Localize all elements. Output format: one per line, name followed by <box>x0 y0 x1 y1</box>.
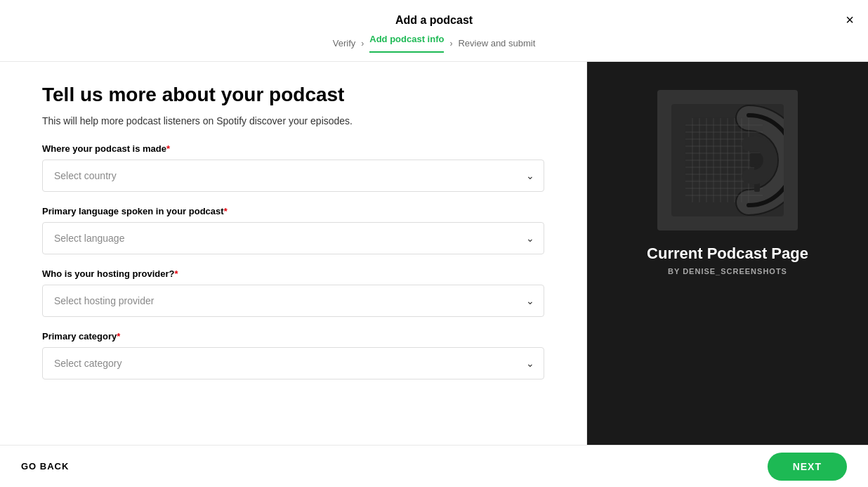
country-select[interactable]: Select country <box>42 160 544 192</box>
page-title: Tell us more about your podcast <box>42 83 544 107</box>
category-select[interactable]: Select category <box>42 347 544 379</box>
language-select-wrapper: Select language ⌄ <box>42 222 544 254</box>
podcast-image-svg <box>671 104 784 216</box>
form-panel: Tell us more about your podcast This wil… <box>0 62 587 486</box>
next-button[interactable]: NEXT <box>768 453 847 481</box>
close-button[interactable]: × <box>846 13 854 27</box>
page-subtitle: This will help more podcast listeners on… <box>42 115 544 126</box>
modal-header: Add a podcast Verify › Add podcast info … <box>0 0 868 62</box>
hosting-required-star: * <box>175 268 178 279</box>
hosting-field-group: Who is your hosting provider?* Select ho… <box>42 268 544 317</box>
breadcrumb-add-podcast-info: Add podcast info <box>369 34 444 53</box>
language-label: Primary language spoken in your podcast* <box>42 206 544 216</box>
category-select-wrapper: Select category ⌄ <box>42 347 544 379</box>
category-label: Primary category* <box>42 331 544 342</box>
country-field-group: Where your podcast is made* Select count… <box>42 143 544 192</box>
podcast-cover-art <box>657 90 798 230</box>
breadcrumb-review: Review and submit <box>458 38 535 48</box>
country-select-wrapper: Select country ⌄ <box>42 160 544 192</box>
go-back-button[interactable]: GO BACK <box>21 461 69 472</box>
category-required-star: * <box>117 331 120 342</box>
category-field-group: Primary category* Select category ⌄ <box>42 331 544 379</box>
language-required-star: * <box>224 206 228 216</box>
hosting-select-wrapper: Select hosting provider ⌄ <box>42 285 544 317</box>
modal-title: Add a podcast <box>395 14 473 27</box>
podcast-preview-panel: Current Podcast Page BY DENISE_SCREENSHO… <box>587 62 868 486</box>
breadcrumb-verify: Verify <box>333 38 356 48</box>
hosting-select[interactable]: Select hosting provider <box>42 285 544 317</box>
modal-footer: GO BACK NEXT <box>0 445 868 487</box>
country-label: Where your podcast is made* <box>42 143 544 154</box>
podcast-title: Current Podcast Page <box>647 245 808 263</box>
breadcrumb-separator-1: › <box>361 39 364 48</box>
podcast-author: BY DENISE_SCREENSHOTS <box>668 267 787 275</box>
country-required-star: * <box>166 143 170 154</box>
language-field-group: Primary language spoken in your podcast*… <box>42 206 544 254</box>
breadcrumb-separator-2: › <box>449 39 452 48</box>
language-select[interactable]: Select language <box>42 222 544 254</box>
breadcrumb: Verify › Add podcast info › Review and s… <box>333 34 536 61</box>
hosting-label: Who is your hosting provider?* <box>42 268 544 279</box>
main-layout: Tell us more about your podcast This wil… <box>0 62 868 486</box>
